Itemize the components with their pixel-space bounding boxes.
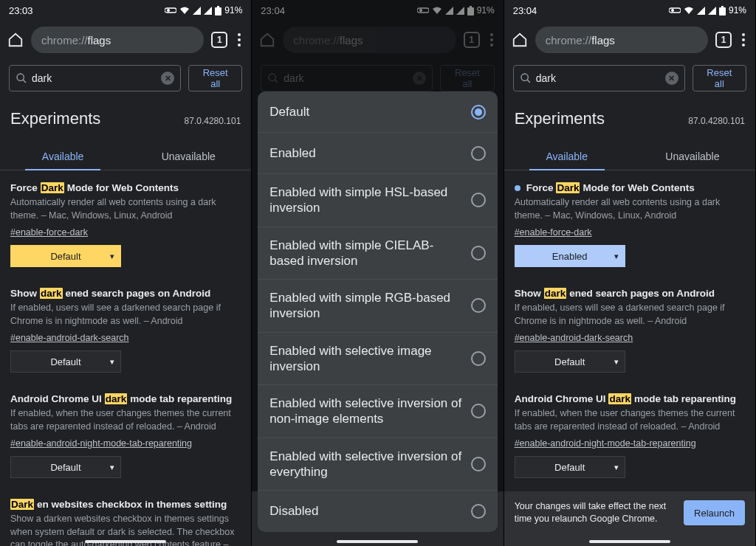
- browser-toolbar: chrome://flags 1: [252, 21, 503, 59]
- flag-anchor-link[interactable]: #enable-android-night-mode-tab-reparenti…: [515, 438, 696, 449]
- search-input-wrapper[interactable]: ✕: [9, 65, 181, 91]
- option-hsl[interactable]: Enabled with simple HSL-based inversion: [258, 174, 497, 227]
- overflow-menu-icon[interactable]: [235, 30, 244, 49]
- tab-available[interactable]: Available: [504, 142, 630, 170]
- svg-point-4: [17, 74, 24, 80]
- url-bar[interactable]: chrome://flags: [535, 27, 708, 53]
- flag-anchor-link[interactable]: #enable-force-dark: [515, 227, 592, 238]
- battery-icon: [215, 6, 221, 15]
- modified-dot-icon: [515, 185, 520, 191]
- tab-switcher[interactable]: 1: [715, 32, 732, 48]
- flag-select[interactable]: Default: [10, 350, 121, 373]
- search-icon: [267, 72, 279, 84]
- status-bar: 23:04 91%: [252, 0, 503, 21]
- status-icons: 91%: [669, 5, 746, 15]
- flag-title: Force Dark Mode for Web Contents: [10, 182, 241, 193]
- option-selective-nonimage[interactable]: Enabled with selective inversion of non-…: [258, 385, 497, 438]
- home-icon[interactable]: [512, 32, 528, 48]
- search-input-wrapper[interactable]: ✕: [513, 65, 685, 91]
- tab-switcher[interactable]: 1: [211, 32, 227, 48]
- radio-icon: [471, 146, 486, 161]
- flag-anchor-link[interactable]: #enable-force-dark: [10, 227, 88, 238]
- flag-anchor-link[interactable]: #enable-android-dark-search: [515, 333, 633, 343]
- radio-icon: [471, 298, 486, 313]
- relaunch-message: Your changes will take effect the next t…: [515, 500, 676, 525]
- clear-search-icon[interactable]: ✕: [665, 72, 678, 85]
- browser-toolbar: chrome://flags 1: [504, 21, 755, 59]
- svg-line-11: [275, 80, 278, 83]
- clear-search-icon[interactable]: ✕: [161, 72, 174, 85]
- flag-list: Force Dark Mode for Web Contents Automat…: [0, 170, 251, 546]
- flag-select[interactable]: Default: [10, 245, 121, 267]
- flag-select[interactable]: Default: [515, 350, 625, 373]
- relaunch-button[interactable]: Relaunch: [684, 500, 745, 525]
- svg-point-16: [521, 74, 528, 80]
- radio-icon: [471, 457, 486, 471]
- reset-all-button[interactable]: Reset all: [188, 65, 242, 91]
- home-icon[interactable]: [259, 32, 275, 48]
- flag-item: Show darkened search pages on Android If…: [10, 276, 241, 381]
- flag-anchor-link[interactable]: #enable-android-dark-search: [10, 333, 129, 343]
- radio-icon: [471, 193, 486, 207]
- radio-icon: [471, 404, 486, 418]
- flag-title: Android Chrome UI dark mode tab reparent…: [10, 393, 241, 404]
- vpn-icon: [165, 7, 176, 14]
- option-selective-image[interactable]: Enabled with selective image inversion: [258, 333, 497, 386]
- reset-all-button[interactable]: Reset all: [693, 65, 746, 91]
- overflow-menu-icon[interactable]: [739, 30, 748, 49]
- tab-unavailable[interactable]: Unavailable: [630, 142, 755, 170]
- home-icon[interactable]: [7, 32, 24, 48]
- tab-available[interactable]: Available: [0, 142, 126, 170]
- flag-item: Show darkened search pages on Android If…: [515, 276, 745, 381]
- flag-select[interactable]: Default: [10, 456, 121, 478]
- svg-rect-14: [721, 6, 724, 7]
- search-input-wrapper: ✕: [261, 65, 433, 91]
- chrome-version: 87.0.4280.101: [185, 116, 241, 126]
- flag-description: If enabled, users will see a darkened se…: [10, 302, 241, 328]
- tab-unavailable[interactable]: Unavailable: [126, 142, 251, 170]
- option-selective-everything[interactable]: Enabled with selective inversion of ever…: [258, 438, 497, 491]
- svg-rect-0: [165, 8, 176, 13]
- status-icons: 91%: [417, 5, 495, 15]
- option-enabled[interactable]: Enabled: [258, 133, 497, 174]
- url-bar[interactable]: chrome://flags: [31, 27, 204, 53]
- radio-icon: [471, 504, 486, 519]
- svg-point-13: [671, 9, 674, 12]
- flag-options-sheet: Default Enabled Enabled with simple HSL-…: [258, 91, 497, 532]
- search-input[interactable]: [536, 72, 665, 84]
- svg-point-7: [419, 9, 422, 12]
- tabs: Available Unavailable: [504, 142, 755, 170]
- relaunch-bar: Your changes will take effect the next t…: [504, 491, 755, 546]
- status-bar: 23:03 91%: [0, 0, 251, 21]
- overflow-menu-icon[interactable]: [487, 30, 496, 49]
- radio-icon: [471, 246, 486, 260]
- flag-anchor-link[interactable]: #enable-android-night-mode-tab-reparenti…: [10, 438, 192, 449]
- svg-rect-15: [719, 7, 726, 15]
- svg-rect-6: [417, 8, 429, 13]
- flag-title: Show darkened search pages on Android: [10, 288, 241, 299]
- nav-handle: [337, 540, 418, 543]
- status-time: 23:03: [9, 5, 33, 16]
- svg-line-5: [23, 80, 26, 83]
- flag-item: Force Dark Mode for Web Contents Automat…: [10, 170, 241, 276]
- url-bar[interactable]: chrome://flags: [283, 27, 456, 53]
- radio-checked-icon: [471, 105, 486, 120]
- page-title: Experiments: [515, 109, 605, 128]
- battery-pct: 91%: [224, 5, 242, 15]
- signal-icon-2: [708, 7, 716, 15]
- option-rgb[interactable]: Enabled with simple RGB-based inversion: [258, 280, 497, 333]
- option-disabled[interactable]: Disabled: [258, 491, 497, 532]
- option-default[interactable]: Default: [258, 91, 497, 133]
- flag-title: Android Chrome UI dark mode tab reparent…: [515, 393, 745, 404]
- flag-title: Force Dark Mode for Web Contents: [515, 182, 745, 193]
- nav-handle: [589, 540, 670, 543]
- search-icon: [16, 72, 27, 84]
- nav-handle: [85, 540, 166, 543]
- tab-switcher[interactable]: 1: [464, 32, 480, 48]
- flag-select[interactable]: Enabled: [515, 245, 625, 267]
- flag-select[interactable]: Default: [515, 456, 625, 478]
- search-input[interactable]: [32, 72, 161, 84]
- signal-icon-2: [204, 7, 212, 15]
- flag-item: Force Dark Mode for Web Contents Automat…: [515, 170, 745, 276]
- option-cielab[interactable]: Enabled with simple CIELAB-based inversi…: [258, 227, 497, 280]
